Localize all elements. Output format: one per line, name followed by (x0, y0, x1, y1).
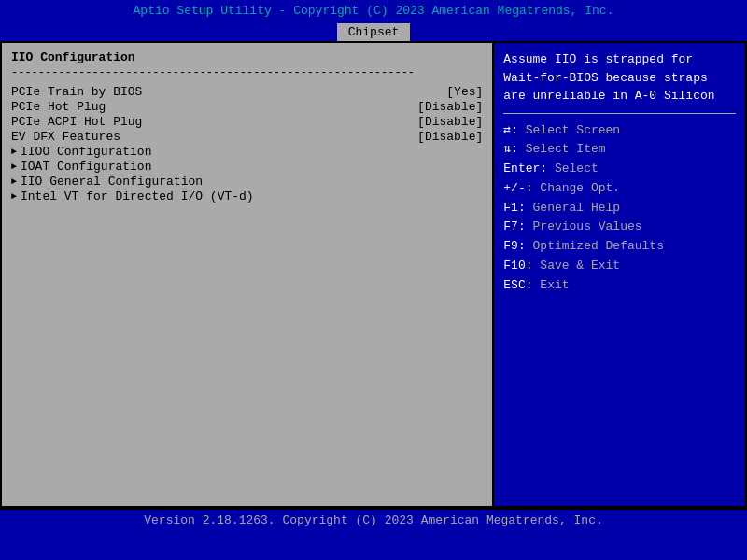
separator: ----------------------------------------… (11, 66, 483, 79)
key-f7: F7: Previous Values (503, 217, 736, 237)
key-lr-arrows: ⇄: (503, 123, 525, 137)
menu-item-iio-general[interactable]: ► IIO General Configuration (11, 175, 483, 189)
section-title: IIO Configuration (11, 50, 483, 64)
menu-item-iioo-label: IIOO Configuration (21, 145, 151, 159)
left-panel: IIO Configuration ----------------------… (2, 43, 494, 506)
arrow-icon-iioo: ► (11, 147, 17, 157)
ev-dfx-value: [Disable] (417, 130, 483, 144)
arrow-icon-ioat: ► (11, 161, 17, 172)
key-enter-label: Enter: (503, 161, 555, 175)
config-row-ev-dfx[interactable]: EV DFX Features [Disable] (11, 130, 483, 144)
key-f9-label: F9: (503, 239, 532, 253)
pcie-train-label: PCIe Train by BIOS (11, 85, 142, 99)
key-enter: Enter: Select (503, 160, 736, 179)
right-panel: Assume IIO is strapped for Wait-for-BIOS… (494, 43, 745, 506)
help-text: Assume IIO is strapped for Wait-for-BIOS… (503, 50, 736, 105)
header-title: Aptio Setup Utility - Copyright (C) 2023… (134, 4, 614, 18)
pcie-hot-plug-value: [Disable] (417, 100, 483, 114)
divider (503, 113, 736, 114)
key-help: ⇄: Select Screen ⇅: Select Item Enter: S… (503, 121, 736, 296)
menu-item-iioo[interactable]: ► IIOO Configuration (11, 145, 483, 159)
key-f9: F9: Optimized Defaults (503, 237, 736, 257)
arrow-icon-iio-general: ► (11, 176, 17, 187)
key-f1-label: F1: (503, 201, 532, 215)
key-pm-label: +/-: (503, 181, 540, 195)
key-select-screen: ⇄: Select Screen (503, 121, 736, 141)
bottom-bar: Version 2.18.1263. Copyright (C) 2023 Am… (0, 508, 747, 531)
key-select-item: ⇅: Select Item (503, 140, 736, 160)
key-f1: F1: General Help (503, 199, 736, 218)
key-esc: ESC: Exit (503, 276, 736, 296)
ev-dfx-label: EV DFX Features (11, 130, 120, 144)
tab-chipset[interactable]: Chipset (337, 23, 411, 41)
arrow-icon-intel-vt: ► (11, 191, 17, 202)
pcie-acpi-value: [Disable] (417, 115, 483, 129)
config-row-pcie-train[interactable]: PCIe Train by BIOS [Yes] (11, 85, 483, 99)
key-f7-label: F7: (503, 219, 532, 233)
menu-item-ioat-label: IOAT Configuration (21, 160, 151, 174)
pcie-hot-plug-label: PCIe Hot Plug (11, 100, 106, 114)
menu-item-ioat[interactable]: ► IOAT Configuration (11, 160, 483, 174)
config-row-pcie-hot-plug[interactable]: PCIe Hot Plug [Disable] (11, 100, 483, 114)
key-f10: F10: Save & Exit (503, 257, 736, 276)
top-bar: Aptio Setup Utility - Copyright (C) 2023… (0, 0, 747, 21)
key-f10-label: F10: (503, 259, 540, 273)
footer-text: Version 2.18.1263. Copyright (C) 2023 Am… (144, 513, 602, 527)
pcie-acpi-label: PCIe ACPI Hot Plug (11, 115, 142, 129)
key-ud-arrows: ⇅: (503, 142, 525, 156)
menu-item-intel-vt[interactable]: ► Intel VT for Directed I/O (VT-d) (11, 189, 483, 203)
key-esc-label: ESC: (503, 278, 540, 292)
config-row-pcie-acpi[interactable]: PCIe ACPI Hot Plug [Disable] (11, 115, 483, 129)
menu-item-iio-general-label: IIO General Configuration (21, 175, 203, 189)
main-content: IIO Configuration ----------------------… (0, 41, 747, 508)
pcie-train-value: [Yes] (446, 85, 483, 99)
menu-item-intel-vt-label: Intel VT for Directed I/O (VT-d) (21, 189, 254, 203)
key-plus-minus: +/-: Change Opt. (503, 179, 736, 199)
tab-bar: Chipset (0, 21, 747, 41)
